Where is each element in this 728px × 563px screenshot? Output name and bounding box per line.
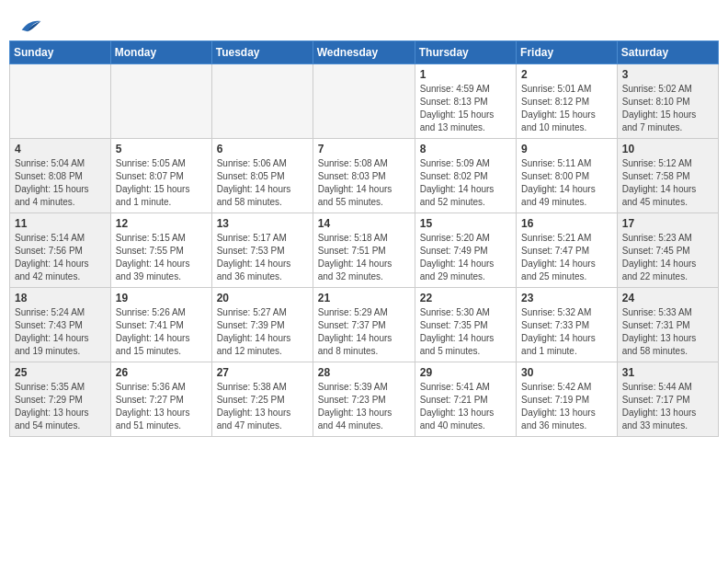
calendar-week-row: 11Sunrise: 5:14 AM Sunset: 7:56 PM Dayli… — [10, 213, 719, 288]
day-number: 24 — [622, 292, 713, 304]
calendar-day-cell: 7Sunrise: 5:08 AM Sunset: 8:03 PM Daylig… — [313, 139, 415, 213]
day-info: Sunrise: 5:30 AM Sunset: 7:35 PM Dayligh… — [420, 306, 511, 358]
day-number: 30 — [521, 366, 612, 379]
calendar-weekday-tuesday: Tuesday — [211, 41, 313, 64]
day-info: Sunrise: 4:59 AM Sunset: 8:13 PM Dayligh… — [420, 83, 511, 134]
calendar-weekday-saturday: Saturday — [617, 41, 718, 64]
logo — [18, 17, 42, 33]
day-info: Sunrise: 5:15 AM Sunset: 7:55 PM Dayligh… — [116, 232, 207, 283]
day-number: 13 — [217, 217, 308, 230]
logo-bird-icon — [20, 17, 42, 33]
calendar-day-cell: 22Sunrise: 5:30 AM Sunset: 7:35 PM Dayli… — [415, 288, 516, 362]
calendar-day-cell: 5Sunrise: 5:05 AM Sunset: 8:07 PM Daylig… — [110, 139, 211, 213]
day-number: 17 — [622, 217, 713, 230]
calendar-day-cell: 15Sunrise: 5:20 AM Sunset: 7:49 PM Dayli… — [415, 213, 516, 288]
calendar-week-row: 1Sunrise: 4:59 AM Sunset: 8:13 PM Daylig… — [10, 64, 719, 139]
day-number: 29 — [420, 366, 511, 379]
calendar-day-cell: 29Sunrise: 5:41 AM Sunset: 7:21 PM Dayli… — [415, 362, 516, 437]
day-info: Sunrise: 5:11 AM Sunset: 8:00 PM Dayligh… — [521, 157, 612, 209]
day-info: Sunrise: 5:44 AM Sunset: 7:17 PM Dayligh… — [622, 381, 713, 432]
day-number: 1 — [420, 68, 511, 81]
calendar-week-row: 18Sunrise: 5:24 AM Sunset: 7:43 PM Dayli… — [10, 288, 719, 362]
day-info: Sunrise: 5:42 AM Sunset: 7:19 PM Dayligh… — [521, 381, 612, 432]
day-info: Sunrise: 5:38 AM Sunset: 7:25 PM Dayligh… — [217, 381, 308, 432]
day-number: 23 — [521, 292, 612, 304]
day-info: Sunrise: 5:26 AM Sunset: 7:41 PM Dayligh… — [116, 306, 207, 358]
day-info: Sunrise: 5:08 AM Sunset: 8:03 PM Dayligh… — [318, 157, 410, 209]
calendar-weekday-wednesday: Wednesday — [313, 41, 415, 64]
calendar-day-cell: 11Sunrise: 5:14 AM Sunset: 7:56 PM Dayli… — [10, 213, 111, 288]
day-info: Sunrise: 5:04 AM Sunset: 8:08 PM Dayligh… — [15, 157, 106, 209]
calendar-day-cell — [313, 64, 415, 139]
calendar-table: SundayMondayTuesdayWednesdayThursdayFrid… — [9, 40, 719, 437]
day-info: Sunrise: 5:20 AM Sunset: 7:49 PM Dayligh… — [420, 232, 511, 283]
calendar-day-cell: 13Sunrise: 5:17 AM Sunset: 7:53 PM Dayli… — [211, 213, 313, 288]
calendar-weekday-monday: Monday — [110, 41, 211, 64]
calendar-day-cell: 8Sunrise: 5:09 AM Sunset: 8:02 PM Daylig… — [415, 139, 516, 213]
day-info: Sunrise: 5:06 AM Sunset: 8:05 PM Dayligh… — [217, 157, 308, 209]
day-info: Sunrise: 5:21 AM Sunset: 7:47 PM Dayligh… — [521, 232, 612, 283]
day-info: Sunrise: 5:29 AM Sunset: 7:37 PM Dayligh… — [318, 306, 410, 358]
day-number: 6 — [217, 143, 308, 155]
day-info: Sunrise: 5:02 AM Sunset: 8:10 PM Dayligh… — [622, 83, 713, 134]
calendar-day-cell: 25Sunrise: 5:35 AM Sunset: 7:29 PM Dayli… — [10, 362, 111, 437]
calendar-day-cell: 20Sunrise: 5:27 AM Sunset: 7:39 PM Dayli… — [211, 288, 313, 362]
day-number: 20 — [217, 292, 308, 304]
day-number: 9 — [521, 143, 612, 155]
day-info: Sunrise: 5:05 AM Sunset: 8:07 PM Dayligh… — [116, 157, 207, 209]
day-number: 26 — [116, 366, 207, 379]
calendar-day-cell: 3Sunrise: 5:02 AM Sunset: 8:10 PM Daylig… — [617, 64, 718, 139]
day-number: 18 — [15, 292, 106, 304]
day-number: 11 — [15, 217, 106, 230]
day-number: 8 — [420, 143, 511, 155]
calendar-day-cell: 28Sunrise: 5:39 AM Sunset: 7:23 PM Dayli… — [313, 362, 415, 437]
calendar-day-cell: 18Sunrise: 5:24 AM Sunset: 7:43 PM Dayli… — [10, 288, 111, 362]
day-number: 22 — [420, 292, 511, 304]
day-number: 14 — [318, 217, 410, 230]
calendar-week-row: 4Sunrise: 5:04 AM Sunset: 8:08 PM Daylig… — [10, 139, 719, 213]
day-number: 7 — [318, 143, 410, 155]
calendar-day-cell: 16Sunrise: 5:21 AM Sunset: 7:47 PM Dayli… — [517, 213, 618, 288]
calendar-day-cell: 24Sunrise: 5:33 AM Sunset: 7:31 PM Dayli… — [617, 288, 718, 362]
day-info: Sunrise: 5:18 AM Sunset: 7:51 PM Dayligh… — [318, 232, 410, 283]
day-number: 3 — [622, 68, 713, 81]
day-number: 4 — [15, 143, 106, 155]
day-info: Sunrise: 5:12 AM Sunset: 7:58 PM Dayligh… — [622, 157, 713, 209]
calendar-weekday-thursday: Thursday — [415, 41, 516, 64]
calendar-day-cell: 4Sunrise: 5:04 AM Sunset: 8:08 PM Daylig… — [10, 139, 111, 213]
calendar-day-cell: 10Sunrise: 5:12 AM Sunset: 7:58 PM Dayli… — [617, 139, 718, 213]
day-info: Sunrise: 5:41 AM Sunset: 7:21 PM Dayligh… — [420, 381, 511, 432]
day-number: 10 — [622, 143, 713, 155]
day-number: 16 — [521, 217, 612, 230]
day-info: Sunrise: 5:33 AM Sunset: 7:31 PM Dayligh… — [622, 306, 713, 358]
day-info: Sunrise: 5:32 AM Sunset: 7:33 PM Dayligh… — [521, 306, 612, 358]
calendar-day-cell: 31Sunrise: 5:44 AM Sunset: 7:17 PM Dayli… — [617, 362, 718, 437]
day-number: 19 — [116, 292, 207, 304]
day-info: Sunrise: 5:24 AM Sunset: 7:43 PM Dayligh… — [15, 306, 106, 358]
calendar-day-cell: 12Sunrise: 5:15 AM Sunset: 7:55 PM Dayli… — [110, 213, 211, 288]
calendar-day-cell — [110, 64, 211, 139]
calendar-day-cell: 21Sunrise: 5:29 AM Sunset: 7:37 PM Dayli… — [313, 288, 415, 362]
day-number: 25 — [15, 366, 106, 379]
calendar-weekday-sunday: Sunday — [10, 41, 111, 64]
calendar-day-cell: 23Sunrise: 5:32 AM Sunset: 7:33 PM Dayli… — [517, 288, 618, 362]
calendar-day-cell: 27Sunrise: 5:38 AM Sunset: 7:25 PM Dayli… — [211, 362, 313, 437]
calendar-weekday-friday: Friday — [517, 41, 618, 64]
day-number: 31 — [622, 366, 713, 379]
day-info: Sunrise: 5:01 AM Sunset: 8:12 PM Dayligh… — [521, 83, 612, 134]
calendar-day-cell: 26Sunrise: 5:36 AM Sunset: 7:27 PM Dayli… — [110, 362, 211, 437]
calendar-day-cell: 17Sunrise: 5:23 AM Sunset: 7:45 PM Dayli… — [617, 213, 718, 288]
calendar-day-cell: 6Sunrise: 5:06 AM Sunset: 8:05 PM Daylig… — [211, 139, 313, 213]
day-number: 21 — [318, 292, 410, 304]
day-number: 15 — [420, 217, 511, 230]
calendar-day-cell: 9Sunrise: 5:11 AM Sunset: 8:00 PM Daylig… — [517, 139, 618, 213]
day-info: Sunrise: 5:14 AM Sunset: 7:56 PM Dayligh… — [15, 232, 106, 283]
calendar-day-cell: 14Sunrise: 5:18 AM Sunset: 7:51 PM Dayli… — [313, 213, 415, 288]
calendar-day-cell — [10, 64, 111, 139]
calendar-day-cell: 2Sunrise: 5:01 AM Sunset: 8:12 PM Daylig… — [517, 64, 618, 139]
day-number: 27 — [217, 366, 308, 379]
day-info: Sunrise: 5:17 AM Sunset: 7:53 PM Dayligh… — [217, 232, 308, 283]
day-info: Sunrise: 5:36 AM Sunset: 7:27 PM Dayligh… — [116, 381, 207, 432]
calendar-day-cell: 30Sunrise: 5:42 AM Sunset: 7:19 PM Dayli… — [517, 362, 618, 437]
day-info: Sunrise: 5:27 AM Sunset: 7:39 PM Dayligh… — [217, 306, 308, 358]
